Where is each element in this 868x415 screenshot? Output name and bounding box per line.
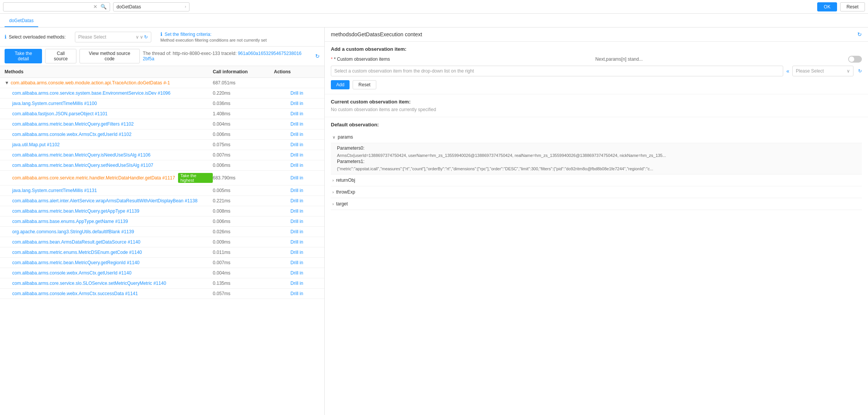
drill-in-button[interactable]: Drill in [274, 270, 320, 276]
table-row: com.alibaba.arms.metric.bean.MetricQuery… [0, 258, 324, 268]
obs-param-value: ArmsCtx{userId=1388697374750424, userNam… [337, 152, 856, 159]
current-obs-empty: No custom observation items are currentl… [331, 107, 862, 112]
drill-in-button[interactable]: Drill in [274, 229, 320, 234]
method-name[interactable]: java.lang.System.currentTimeMillis #1100 [12, 101, 97, 106]
right-header: methodsdoGetDatasExecution context ↻ [325, 27, 868, 42]
overloaded-info-icon: ℹ [5, 34, 6, 40]
drill-in-button[interactable]: Drill in [274, 111, 320, 116]
method-name[interactable]: com.alibaba.arms.bean.ArmsDataResult.get… [12, 239, 141, 245]
table-row: com.alibaba.arms.console.webx.ArmsCtx.ge… [0, 268, 324, 278]
url-input[interactable]: com.alibaba... [6, 5, 92, 9]
obs-tree-header[interactable]: ›target [331, 198, 862, 210]
drill-in-button[interactable]: Drill in [274, 152, 320, 158]
drill-in-button[interactable]: Drill in [274, 291, 320, 296]
add-obs-button[interactable]: Add [331, 80, 350, 89]
drill-in-button[interactable]: Drill in [274, 198, 320, 203]
call-info: 0.011ms [213, 250, 274, 255]
method-name[interactable]: com.alibaba.arms.alert.inter.AlertServic… [12, 198, 198, 203]
filter-section: ℹ Set the filtering criteria: Method exe… [160, 31, 320, 42]
drill-in-button[interactable]: Drill in [274, 90, 320, 96]
method-name[interactable]: java.lang.System.currentTimeMillis #1131 [12, 188, 97, 193]
call-info: 0.075ms [213, 142, 274, 147]
call-info: 0.135ms [213, 281, 274, 286]
method-name[interactable]: com.alibaba.arms.metric.bean.MetricQuery… [12, 208, 139, 214]
method-tab[interactable]: doGetDatas › [113, 2, 189, 11]
table-header: Methods Call information Actions [0, 66, 324, 78]
method-name[interactable]: com.alibaba.fastjson.JSON.parseObject #1… [12, 111, 107, 116]
drill-in-button[interactable]: Drill in [274, 188, 320, 193]
obs-tree-content: Parameters0:ArmsCtx{userId=1388697374750… [331, 143, 862, 174]
top-bar: com.alibaba... ✕ 🔍 doGetDatas › OK Reset [0, 0, 868, 14]
call-info: 0.006ms [213, 163, 274, 168]
table-row: com.alibaba.arms.metric.bean.MetricQuery… [0, 119, 324, 129]
obs-tree-header[interactable]: ∨params [331, 131, 862, 143]
method-name[interactable]: com.alibaba.arms.core.service.slo.SLOSer… [12, 281, 166, 286]
method-name[interactable]: com.alibaba.arms.metric.enums.MetricDSEn… [12, 250, 142, 255]
refresh-overloaded-icon[interactable]: ↻ [144, 34, 148, 40]
table-body: ▼com.alibaba.arms.console.web.module.act… [0, 78, 324, 299]
obs-select2[interactable]: Please Select ∨ [792, 66, 853, 76]
refresh-methods-icon[interactable]: ↻ [315, 53, 320, 59]
method-name[interactable]: com.alibaba.arms.metric.bean.MetricQuery… [12, 121, 134, 127]
drill-in-button[interactable]: Drill in [274, 250, 320, 255]
obs-param-label: Parameters1: [337, 159, 856, 164]
method-name[interactable]: com.alibaba.arms.console.webx.ArmsCtx.ge… [12, 132, 131, 137]
obs-tree-header[interactable]: ›returnObj [331, 174, 862, 186]
drill-in-button[interactable]: Drill in [274, 281, 320, 286]
double-arrow-icon[interactable]: « [786, 68, 789, 74]
drill-in-button[interactable]: Drill in [274, 121, 320, 127]
call-info: 1.408ms [213, 111, 274, 116]
table-row: com.alibaba.arms.console.webx.ArmsCtx.su… [0, 289, 324, 299]
method-name[interactable]: com.alibaba.arms.base.enums.AppType.getN… [12, 219, 128, 224]
drill-in-button[interactable]: Drill in [274, 260, 320, 265]
right-refresh-icon[interactable]: ↻ [857, 31, 862, 37]
call-source-button[interactable]: Call source [45, 49, 76, 63]
clear-url-icon[interactable]: ✕ [92, 3, 98, 10]
method-tab-arrow: › [185, 5, 186, 9]
overloaded-select[interactable]: Please Select ∨ ∨ ↻ [75, 32, 151, 42]
search-icon[interactable]: 🔍 [100, 3, 107, 10]
drill-in-button[interactable]: Drill in [274, 219, 320, 224]
current-obs-section: Current custom observation item: No cust… [325, 94, 868, 117]
obs-tree-label: params [338, 134, 353, 140]
drill-in-button[interactable]: Drill in [274, 175, 320, 181]
obs-toggle[interactable] [848, 56, 862, 63]
content-area: ℹ Select overloaded methods: Please Sele… [0, 27, 868, 415]
drill-in-button[interactable]: Drill in [274, 239, 320, 245]
obs-tree-label: returnObj [336, 178, 355, 183]
method-name[interactable]: com.alibaba.arms.metric.bean.MetricQuery… [12, 152, 151, 158]
table-row: com.alibaba.arms.core.service.metric.han… [0, 171, 324, 186]
method-name[interactable]: com.alibaba.arms.core.service.system.bas… [12, 90, 170, 96]
method-name[interactable]: com.alibaba.arms.console.webx.ArmsCtx.ge… [12, 270, 131, 276]
method-name[interactable]: com.alibaba.arms.metric.bean.MetricQuery… [12, 260, 139, 265]
drill-in-button[interactable]: Drill in [274, 142, 320, 147]
filter-subtitle: Method execution filtering conditions ar… [160, 38, 320, 42]
obs-select-input[interactable]: Select a custom observation item from th… [331, 66, 783, 76]
drill-in-button[interactable]: Drill in [274, 132, 320, 137]
filter-title[interactable]: Set the filtering criteria: [165, 32, 212, 37]
view-method-button[interactable]: View method source code [79, 49, 140, 63]
drill-in-button[interactable]: Drill in [274, 208, 320, 214]
method-name[interactable]: java.util.Map.put #1102 [12, 142, 60, 147]
reset-obs-button[interactable]: Reset [353, 80, 376, 89]
method-name[interactable]: com.alibaba.arms.metric.bean.MetricQuery… [12, 163, 153, 168]
take-detail-button[interactable]: Take the detail [5, 49, 42, 63]
obs-param-label: Parameters0: [337, 145, 856, 151]
tab-dogetdatas[interactable]: doGetDatas [5, 15, 38, 27]
tree-toggle[interactable]: ▼ [5, 80, 9, 86]
obs-tree-header[interactable]: ›throwExp [331, 186, 862, 198]
select2-refresh-icon[interactable]: ↻ [858, 68, 862, 74]
reset-button[interactable]: Reset [840, 2, 865, 11]
method-name[interactable]: com.alibaba.arms.console.web.module.acti… [11, 80, 170, 86]
drill-in-button[interactable]: Drill in [274, 163, 320, 168]
method-name[interactable]: com.alibaba.arms.core.service.metric.han… [12, 175, 175, 181]
drill-in-button[interactable]: Drill in [274, 101, 320, 106]
ok-button[interactable]: OK [817, 2, 837, 11]
table-row: com.alibaba.arms.core.service.slo.SLOSer… [0, 278, 324, 289]
method-name[interactable]: com.alibaba.arms.console.webx.ArmsCtx.su… [12, 291, 138, 296]
method-name[interactable]: org.apache.commons.lang3.StringUtils.def… [12, 229, 134, 234]
call-info: 0.007ms [213, 260, 274, 265]
table-row: java.util.Map.put #11020.075msDrill in [0, 140, 324, 150]
table-row: org.apache.commons.lang3.StringUtils.def… [0, 227, 324, 237]
toggle-knob [849, 57, 854, 62]
